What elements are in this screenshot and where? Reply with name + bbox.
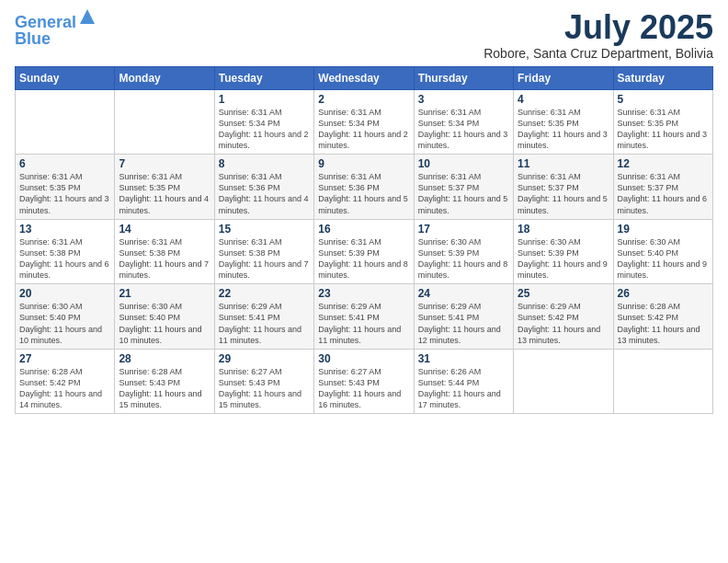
calendar-cell: 15Sunrise: 6:31 AM Sunset: 5:38 PM Dayli… (214, 219, 313, 284)
day-info: Sunrise: 6:29 AM Sunset: 5:41 PM Dayligh… (318, 301, 409, 346)
calendar-cell: 11Sunrise: 6:31 AM Sunset: 5:37 PM Dayli… (514, 155, 613, 220)
weekday-header-wednesday: Wednesday (314, 66, 414, 89)
weekday-header-sunday: Sunday (16, 66, 115, 89)
day-info: Sunrise: 6:29 AM Sunset: 5:42 PM Dayligh… (518, 301, 609, 346)
month-title: July 2025 (483, 9, 713, 46)
day-number: 9 (318, 157, 409, 170)
calendar-cell: 2Sunrise: 6:31 AM Sunset: 5:34 PM Daylig… (314, 89, 414, 155)
logo-text: General (15, 9, 97, 30)
day-info: Sunrise: 6:31 AM Sunset: 5:38 PM Dayligh… (19, 236, 110, 282)
location-title: Robore, Santa Cruz Department, Bolivia (483, 46, 713, 61)
day-number: 10 (418, 157, 509, 170)
day-number: 19 (618, 223, 709, 236)
day-info: Sunrise: 6:31 AM Sunset: 5:34 PM Dayligh… (219, 107, 310, 152)
day-info: Sunrise: 6:29 AM Sunset: 5:41 PM Dayligh… (418, 301, 509, 346)
calendar-cell: 29Sunrise: 6:27 AM Sunset: 5:43 PM Dayli… (214, 349, 313, 414)
day-info: Sunrise: 6:26 AM Sunset: 5:44 PM Dayligh… (418, 366, 509, 411)
day-info: Sunrise: 6:31 AM Sunset: 5:38 PM Dayligh… (119, 236, 210, 282)
calendar-cell: 18Sunrise: 6:30 AM Sunset: 5:39 PM Dayli… (514, 219, 613, 284)
day-info: Sunrise: 6:31 AM Sunset: 5:35 PM Dayligh… (119, 171, 210, 216)
calendar-cell: 27Sunrise: 6:28 AM Sunset: 5:42 PM Dayli… (16, 349, 115, 414)
calendar-cell: 25Sunrise: 6:29 AM Sunset: 5:42 PM Dayli… (514, 284, 613, 350)
calendar-cell: 10Sunrise: 6:31 AM Sunset: 5:37 PM Dayli… (414, 155, 513, 220)
day-number: 7 (119, 157, 210, 170)
day-number: 4 (518, 93, 609, 106)
day-number: 13 (19, 223, 110, 236)
logo-icon (78, 7, 97, 26)
calendar-cell: 20Sunrise: 6:30 AM Sunset: 5:40 PM Dayli… (16, 284, 115, 350)
day-number: 21 (119, 287, 210, 300)
calendar-cell: 12Sunrise: 6:31 AM Sunset: 5:37 PM Dayli… (613, 155, 712, 220)
day-info: Sunrise: 6:27 AM Sunset: 5:43 PM Dayligh… (219, 366, 310, 411)
calendar-cell: 4Sunrise: 6:31 AM Sunset: 5:35 PM Daylig… (514, 89, 613, 155)
day-info: Sunrise: 6:29 AM Sunset: 5:41 PM Dayligh… (219, 301, 310, 346)
day-info: Sunrise: 6:30 AM Sunset: 5:40 PM Dayligh… (618, 236, 709, 282)
day-info: Sunrise: 6:30 AM Sunset: 5:39 PM Dayligh… (418, 236, 509, 282)
day-number: 2 (318, 93, 409, 106)
day-number: 20 (19, 287, 110, 300)
day-number: 29 (219, 352, 310, 365)
calendar-cell: 22Sunrise: 6:29 AM Sunset: 5:41 PM Dayli… (214, 284, 313, 350)
calendar-cell: 17Sunrise: 6:30 AM Sunset: 5:39 PM Dayli… (414, 219, 513, 284)
calendar-cell: 13Sunrise: 6:31 AM Sunset: 5:38 PM Dayli… (16, 219, 115, 284)
week-row-4: 20Sunrise: 6:30 AM Sunset: 5:40 PM Dayli… (16, 284, 713, 350)
day-number: 14 (119, 223, 210, 236)
week-row-5: 27Sunrise: 6:28 AM Sunset: 5:42 PM Dayli… (16, 349, 713, 414)
calendar-cell: 9Sunrise: 6:31 AM Sunset: 5:36 PM Daylig… (314, 155, 414, 220)
day-info: Sunrise: 6:30 AM Sunset: 5:40 PM Dayligh… (19, 301, 110, 346)
calendar-cell: 28Sunrise: 6:28 AM Sunset: 5:43 PM Dayli… (115, 349, 214, 414)
calendar-cell: 3Sunrise: 6:31 AM Sunset: 5:34 PM Daylig… (414, 89, 513, 155)
calendar-cell: 24Sunrise: 6:29 AM Sunset: 5:41 PM Dayli… (414, 284, 513, 350)
week-row-3: 13Sunrise: 6:31 AM Sunset: 5:38 PM Dayli… (16, 219, 713, 284)
day-info: Sunrise: 6:30 AM Sunset: 5:39 PM Dayligh… (518, 236, 609, 282)
calendar-cell: 16Sunrise: 6:31 AM Sunset: 5:39 PM Dayli… (314, 219, 414, 284)
weekday-header-tuesday: Tuesday (214, 66, 313, 89)
logo: General Blue (15, 9, 97, 47)
day-info: Sunrise: 6:31 AM Sunset: 5:37 PM Dayligh… (518, 171, 609, 216)
calendar-cell: 19Sunrise: 6:30 AM Sunset: 5:40 PM Dayli… (613, 219, 712, 284)
day-number: 6 (19, 157, 110, 170)
day-info: Sunrise: 6:31 AM Sunset: 5:37 PM Dayligh… (618, 171, 709, 216)
day-number: 22 (219, 287, 310, 300)
calendar-cell (514, 349, 613, 414)
day-info: Sunrise: 6:31 AM Sunset: 5:35 PM Dayligh… (618, 107, 709, 152)
day-info: Sunrise: 6:31 AM Sunset: 5:36 PM Dayligh… (219, 171, 310, 216)
day-number: 23 (318, 287, 409, 300)
calendar-cell: 7Sunrise: 6:31 AM Sunset: 5:35 PM Daylig… (115, 155, 214, 220)
day-info: Sunrise: 6:31 AM Sunset: 5:38 PM Dayligh… (219, 236, 310, 282)
calendar-table: SundayMondayTuesdayWednesdayThursdayFrid… (15, 66, 713, 415)
day-number: 18 (518, 223, 609, 236)
calendar-cell: 21Sunrise: 6:30 AM Sunset: 5:40 PM Dayli… (115, 284, 214, 350)
calendar-cell: 26Sunrise: 6:28 AM Sunset: 5:42 PM Dayli… (613, 284, 712, 350)
day-number: 11 (518, 157, 609, 170)
day-number: 1 (219, 93, 310, 106)
day-info: Sunrise: 6:31 AM Sunset: 5:35 PM Dayligh… (19, 171, 110, 216)
day-info: Sunrise: 6:31 AM Sunset: 5:37 PM Dayligh… (418, 171, 509, 216)
calendar-cell: 6Sunrise: 6:31 AM Sunset: 5:35 PM Daylig… (16, 155, 115, 220)
day-info: Sunrise: 6:31 AM Sunset: 5:35 PM Dayligh… (518, 107, 609, 152)
day-info: Sunrise: 6:31 AM Sunset: 5:34 PM Dayligh… (318, 107, 409, 152)
day-number: 5 (618, 93, 709, 106)
day-number: 8 (219, 157, 310, 170)
day-number: 31 (418, 352, 509, 365)
day-number: 17 (418, 223, 509, 236)
logo-blue: Blue (15, 30, 97, 47)
day-number: 12 (618, 157, 709, 170)
day-number: 15 (219, 223, 310, 236)
weekday-header-row: SundayMondayTuesdayWednesdayThursdayFrid… (16, 66, 713, 89)
calendar-cell: 1Sunrise: 6:31 AM Sunset: 5:34 PM Daylig… (214, 89, 313, 155)
day-info: Sunrise: 6:28 AM Sunset: 5:43 PM Dayligh… (119, 366, 210, 411)
week-row-1: 1Sunrise: 6:31 AM Sunset: 5:34 PM Daylig… (16, 89, 713, 155)
calendar-cell: 14Sunrise: 6:31 AM Sunset: 5:38 PM Dayli… (115, 219, 214, 284)
calendar-cell: 31Sunrise: 6:26 AM Sunset: 5:44 PM Dayli… (414, 349, 513, 414)
day-info: Sunrise: 6:31 AM Sunset: 5:39 PM Dayligh… (318, 236, 409, 282)
header: General Blue July 2025 Robore, Santa Cru… (15, 9, 713, 61)
calendar-cell (115, 89, 214, 155)
title-block: July 2025 Robore, Santa Cruz Department,… (483, 9, 713, 61)
day-number: 3 (418, 93, 509, 106)
day-number: 28 (119, 352, 210, 365)
day-info: Sunrise: 6:30 AM Sunset: 5:40 PM Dayligh… (119, 301, 210, 346)
weekday-header-thursday: Thursday (414, 66, 513, 89)
day-info: Sunrise: 6:31 AM Sunset: 5:36 PM Dayligh… (318, 171, 409, 216)
day-number: 26 (618, 287, 709, 300)
